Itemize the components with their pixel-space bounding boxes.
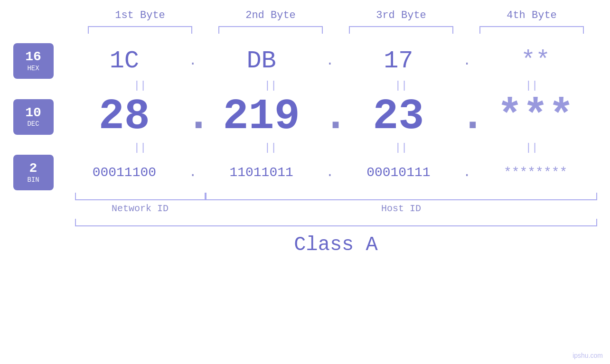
hex-sep-2: .: [323, 54, 337, 68]
dec-row: 10 DEC 28 . 219 . 23 . ***: [13, 93, 597, 141]
byte1-header: 1st Byte: [75, 9, 206, 21]
byte2-header: 2nd Byte: [206, 9, 336, 21]
main-container: 1st Byte 2nd Byte 3rd Byte 4th Byte 16 H…: [0, 0, 610, 364]
hex-row: 16 HEX 1C . DB . 17 . **: [13, 43, 597, 79]
eq2-4: ||: [467, 141, 597, 155]
hex-badge-number: 16: [25, 50, 41, 65]
dec-values: 28 . 219 . 23 . ***: [54, 93, 597, 141]
hex-val-3: 17: [337, 47, 460, 75]
bin-badge: 2 BIN: [13, 155, 54, 190]
dec-sep-3: .: [460, 93, 474, 141]
full-bottom-bracket: [75, 219, 597, 226]
eq2-1: ||: [75, 141, 206, 155]
dec-badge-label: DEC: [27, 120, 39, 128]
hex-sep-1: .: [186, 54, 200, 68]
hex-values: 1C . DB . 17 . **: [54, 47, 597, 75]
hex-val-1: 1C: [63, 47, 186, 75]
host-bracket: [206, 193, 597, 200]
bin-sep-2: .: [323, 165, 337, 180]
bin-val-1: 00011100: [63, 165, 186, 180]
host-id-label: Host ID: [206, 203, 597, 214]
byte-headers: 1st Byte 2nd Byte 3rd Byte 4th Byte: [75, 9, 597, 21]
eq2-2: ||: [206, 141, 336, 155]
dec-badge: 10 DEC: [13, 99, 54, 135]
dec-sep-1: .: [186, 93, 200, 141]
bin-sep-3: .: [460, 165, 474, 180]
dec-val-3: 23: [337, 93, 460, 141]
bin-val-4: ********: [474, 165, 597, 180]
dec-val-4: ***: [474, 93, 597, 141]
bottom-brackets: [75, 193, 597, 200]
bin-sep-1: .: [186, 165, 200, 180]
eq2-3: ||: [336, 141, 467, 155]
dec-val-2: 219: [200, 93, 323, 141]
bracket-line-4: [479, 26, 584, 34]
dec-badge-number: 10: [25, 106, 41, 121]
equals-row-1: || || || ||: [75, 79, 597, 93]
bin-badge-label: BIN: [27, 176, 39, 184]
bracket-cell-3: [336, 26, 467, 34]
hex-badge-label: HEX: [27, 65, 39, 72]
bracket-cell-1: [75, 26, 206, 34]
bracket-line-2: [218, 26, 323, 34]
bracket-line-3: [349, 26, 453, 34]
network-bracket: [75, 193, 206, 200]
bottom-section: Network ID Host ID Class A: [75, 193, 597, 259]
hex-val-4: **: [474, 47, 597, 75]
top-brackets: [75, 26, 597, 34]
eq1-1: ||: [75, 79, 206, 93]
bracket-cell-4: [467, 26, 597, 34]
watermark: ipshu.com: [572, 352, 603, 359]
eq1-4: ||: [467, 79, 597, 93]
bin-badge-number: 2: [29, 161, 38, 176]
equals-row-2: || || || ||: [75, 141, 597, 155]
bracket-cell-2: [206, 26, 336, 34]
eq1-2: ||: [206, 79, 336, 93]
class-label: Class A: [75, 231, 597, 259]
bracket-line-1: [88, 26, 192, 34]
bin-val-3: 00010111: [337, 165, 460, 180]
hex-val-2: DB: [200, 47, 323, 75]
hex-sep-3: .: [460, 54, 474, 68]
byte3-header: 3rd Byte: [336, 9, 467, 21]
bin-row: 2 BIN 00011100 . 11011011 . 00010111 . *…: [13, 155, 597, 190]
dec-val-1: 28: [63, 93, 186, 141]
byte4-header: 4th Byte: [467, 9, 597, 21]
network-id-label: Network ID: [75, 203, 206, 214]
id-labels: Network ID Host ID: [75, 203, 597, 214]
bin-values: 00011100 . 11011011 . 00010111 . *******…: [54, 165, 597, 180]
bin-val-2: 11011011: [200, 165, 323, 180]
hex-badge: 16 HEX: [13, 43, 54, 79]
dec-sep-2: .: [323, 93, 337, 141]
eq1-3: ||: [336, 79, 467, 93]
